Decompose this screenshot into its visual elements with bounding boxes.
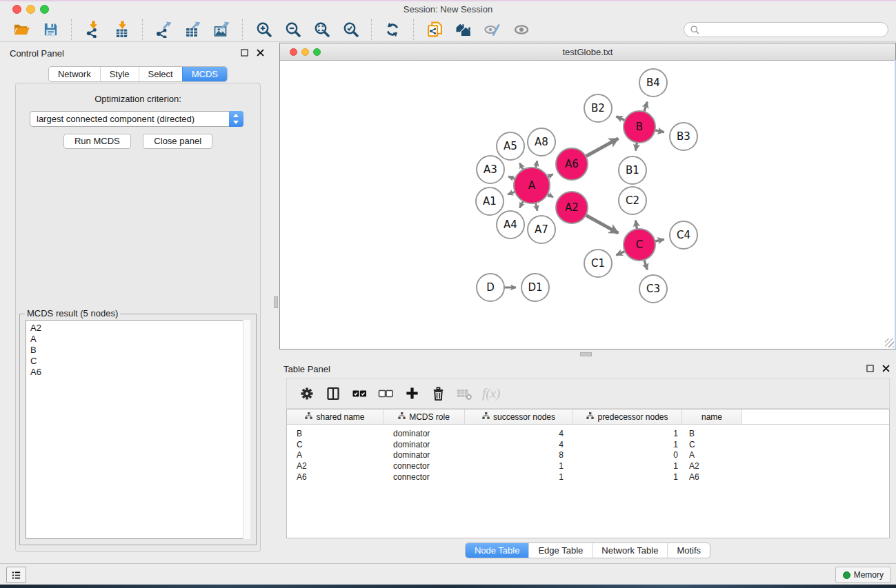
table-row[interactable]: Adominator80A	[287, 450, 889, 461]
task-history-button[interactable]	[6, 567, 26, 583]
table-cell[interactable]: A6	[287, 472, 384, 483]
export-network-icon[interactable]	[153, 19, 174, 40]
graph-node-label-A: A	[528, 179, 536, 192]
table-cell[interactable]: A2	[287, 461, 384, 472]
table-cell[interactable]: 1	[465, 461, 573, 472]
mcds-result-item[interactable]: C	[30, 356, 246, 367]
tab-node-table[interactable]: Node Table	[466, 543, 529, 558]
search-box[interactable]	[684, 22, 888, 37]
export-table-icon[interactable]	[182, 19, 203, 40]
criterion-dropdown[interactable]: largest connected component (directed)	[30, 111, 243, 127]
network-graph[interactable]: B4B2BB3A5A8A6A3B1AA1C2A2A4A7C4CC1C3DD1	[280, 61, 895, 349]
control-panel-title: Control Panel	[10, 48, 64, 59]
zoom-selected-icon[interactable]	[340, 19, 361, 40]
close-table-panel-icon[interactable]	[882, 364, 890, 373]
table-cell[interactable]: dominator	[384, 429, 465, 440]
table-cell[interactable]: C	[682, 440, 742, 451]
add-column-icon[interactable]	[404, 385, 420, 402]
table-cell[interactable]: 0	[573, 450, 682, 461]
table-cell[interactable]: 1	[573, 472, 682, 483]
memory-button[interactable]: Memory	[835, 567, 891, 583]
save-session-icon[interactable]	[40, 19, 61, 40]
table-cell[interactable]: connector	[384, 472, 465, 483]
resize-grip-icon[interactable]	[885, 338, 894, 347]
zoom-fit-icon[interactable]	[311, 19, 332, 40]
table-row[interactable]: A6connector11A6	[287, 472, 889, 483]
control-panel: Control Panel NetworkStyleSelectMCDS Opt…	[6, 43, 270, 555]
zoom-in-icon[interactable]	[253, 19, 274, 40]
mcds-list-scrollbar[interactable]	[243, 320, 250, 539]
mcds-result-item[interactable]: A	[30, 334, 246, 345]
mcds-result-item[interactable]: B	[30, 345, 246, 356]
horizontal-splitter-handle[interactable]	[580, 352, 592, 356]
graph-node-label-B2: B2	[591, 102, 605, 114]
vertical-splitter-handle[interactable]	[274, 296, 278, 308]
refresh-icon[interactable]	[382, 19, 403, 40]
close-panel-icon[interactable]	[256, 48, 265, 57]
graph-node-label-B3: B3	[677, 130, 690, 143]
select-all-icon[interactable]	[351, 385, 368, 402]
float-table-panel-icon[interactable]	[866, 364, 875, 373]
table-cell[interactable]: connector	[384, 461, 465, 472]
table-cell[interactable]: A	[682, 450, 742, 461]
table-cell[interactable]: dominator	[384, 450, 465, 461]
hide-graphics-details-icon[interactable]	[482, 19, 503, 40]
table-cell[interactable]: 8	[465, 450, 573, 461]
table-toolbar: f(x)	[286, 378, 890, 409]
mcds-result-item[interactable]: A6	[30, 367, 246, 378]
column-header-successor-nodes[interactable]: successor nodes	[465, 409, 573, 424]
table-cell[interactable]: dominator	[384, 440, 465, 451]
table-cell[interactable]: 1	[465, 472, 573, 483]
new-network-from-selection-icon[interactable]	[424, 19, 445, 40]
deselect-all-icon[interactable]	[377, 385, 394, 402]
graph-node-label-A8: A8	[535, 136, 548, 148]
table-cell[interactable]: C	[287, 440, 384, 451]
table-cell[interactable]: A6	[682, 472, 742, 483]
run-mcds-button[interactable]: Run MCDS	[63, 134, 131, 149]
export-image-icon[interactable]	[211, 19, 232, 40]
column-header-predecessor-nodes[interactable]: predecessor nodes	[573, 409, 682, 424]
graph-node-label-A3: A3	[484, 163, 497, 176]
table-row[interactable]: A2connector11A2	[287, 461, 889, 472]
network-window-titlebar[interactable]: testGlobe.txt	[280, 43, 895, 61]
table-cell[interactable]: B	[682, 429, 742, 440]
desktop-background	[0, 585, 896, 588]
table-cell[interactable]: B	[287, 429, 384, 440]
network-canvas[interactable]: B4B2BB3A5A8A6A3B1AA1C2A2A4A7C4CC1C3DD1	[280, 61, 895, 348]
mcds-result-list[interactable]: A2ABCA6	[26, 320, 250, 539]
float-panel-icon[interactable]	[240, 48, 249, 57]
table-cell[interactable]: 1	[573, 461, 682, 472]
mcds-result-item[interactable]: A2	[30, 323, 246, 334]
tab-mcds[interactable]: MCDS	[182, 67, 227, 81]
tab-select[interactable]: Select	[139, 67, 182, 81]
table-cell[interactable]: 4	[465, 429, 573, 440]
tab-network[interactable]: Network	[49, 67, 100, 81]
tab-edge-table[interactable]: Edge Table	[528, 543, 592, 558]
table-cell[interactable]: A2	[682, 461, 742, 472]
tab-motifs[interactable]: Motifs	[667, 543, 710, 558]
column-header-name[interactable]: name	[682, 409, 742, 424]
table-cell[interactable]: 1	[573, 440, 682, 451]
table-cell[interactable]: 4	[465, 440, 573, 451]
delete-columns-icon[interactable]	[430, 385, 446, 402]
import-table-icon[interactable]	[111, 19, 132, 40]
tab-style[interactable]: Style	[100, 67, 139, 81]
search-input[interactable]	[700, 25, 882, 34]
column-header-MCDS-role[interactable]: MCDS role	[384, 409, 465, 424]
table-row[interactable]: Bdominator41B	[287, 429, 889, 440]
table-row[interactable]: Cdominator41C	[287, 440, 889, 451]
zoom-out-icon[interactable]	[282, 19, 303, 40]
table-settings-icon[interactable]	[299, 385, 315, 402]
main-toolbar	[0, 17, 896, 42]
table-cell[interactable]: 1	[573, 429, 682, 440]
tab-network-table[interactable]: Network Table	[592, 543, 667, 558]
import-network-icon[interactable]	[82, 19, 103, 40]
open-session-icon[interactable]	[11, 19, 32, 40]
home-layout-icon[interactable]	[453, 19, 474, 40]
column-header-shared-name[interactable]: shared name	[287, 409, 384, 424]
table-cell[interactable]: A	[287, 450, 384, 461]
close-panel-button[interactable]: Close panel	[143, 134, 212, 149]
split-panel-icon[interactable]	[325, 385, 341, 402]
show-graphics-details-icon[interactable]	[511, 19, 532, 40]
column-label: predecessor nodes	[597, 412, 668, 422]
